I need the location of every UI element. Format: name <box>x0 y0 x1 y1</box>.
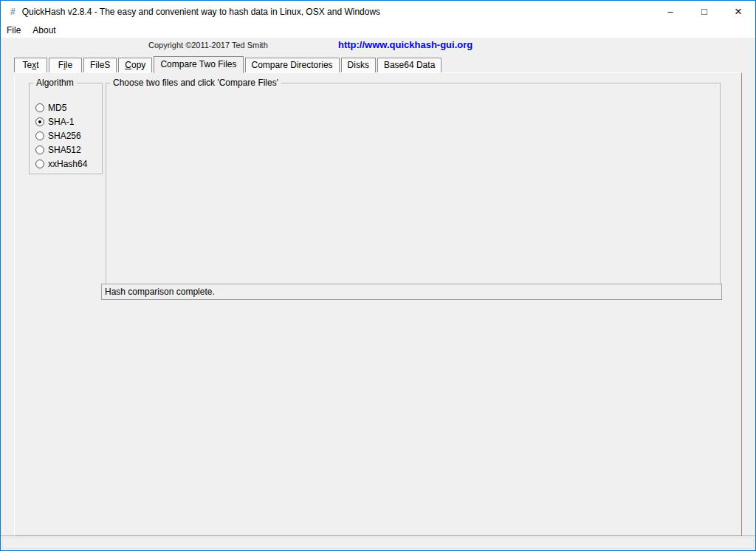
menu-file[interactable]: File <box>1 25 27 35</box>
comparison-status-box: Hash comparison complete. <box>101 284 722 300</box>
minimize-button[interactable]: – <box>653 1 687 22</box>
tab-disks[interactable]: Disks <box>341 58 376 72</box>
tab-text[interactable]: Text <box>14 58 47 72</box>
copyright-text: Copyright ©2011-2017 Ted Smith <box>148 41 268 49</box>
tab-file[interactable]: File <box>49 58 82 72</box>
radio-md5-label: MD5 <box>48 103 66 113</box>
menubar: File About <box>1 22 755 38</box>
radio-row-md5[interactable]: MD5 <box>35 100 102 114</box>
tab-base64-data[interactable]: Base64 Data <box>377 58 441 72</box>
menu-about[interactable]: About <box>27 25 61 35</box>
radio-sha256[interactable] <box>35 131 44 140</box>
radio-row-sha512[interactable]: SHA512 <box>35 143 102 157</box>
algorithm-group-label: Algorithm <box>33 78 77 88</box>
compare-group: Choose two files and click 'Compare File… <box>106 83 721 300</box>
algorithm-radio-list: MD5 SHA-1 SHA256 SHA512 xxHash64 <box>30 83 102 171</box>
compare-group-label: Choose two files and click 'Compare File… <box>110 78 281 88</box>
window-controls: – □ × <box>653 1 755 22</box>
app-window: # QuickHash v2.8.4 - The easy and conven… <box>0 0 756 551</box>
algorithm-group: Algorithm MD5 SHA-1 SHA256 SHA512 xxHash… <box>29 83 103 174</box>
radio-sha1[interactable] <box>35 117 44 126</box>
tab-files[interactable]: FileS <box>83 58 117 72</box>
radio-md5[interactable] <box>35 103 44 112</box>
statusbar-panel <box>2 538 754 549</box>
tab-copy[interactable]: Copy <box>118 58 152 72</box>
close-button[interactable]: × <box>721 1 755 22</box>
radio-sha256-label: SHA256 <box>48 131 81 141</box>
app-hash-icon: # <box>10 7 16 17</box>
maximize-button[interactable]: □ <box>687 1 721 22</box>
titlebar: # QuickHash v2.8.4 - The easy and conven… <box>1 1 755 22</box>
window-title: QuickHash v2.8.4 - The easy and convenie… <box>22 7 380 17</box>
tab-compare-directories[interactable]: Compare Directories <box>245 58 340 72</box>
radio-row-sha1[interactable]: SHA-1 <box>35 114 102 129</box>
radio-row-xxhash64[interactable]: xxHash64 <box>35 157 102 171</box>
radio-sha1-label: SHA-1 <box>48 117 74 127</box>
website-link[interactable]: http://www.quickhash-gui.org <box>338 39 472 50</box>
statusbar <box>1 535 755 550</box>
radio-sha512[interactable] <box>35 146 44 154</box>
tabstrip: Text File FileS Copy Compare Two Files C… <box>14 55 443 72</box>
tab-compare-two-files[interactable]: Compare Two Files <box>154 56 243 73</box>
radio-xxhash64[interactable] <box>35 160 44 168</box>
radio-sha512-label: SHA512 <box>48 145 81 155</box>
radio-row-sha256[interactable]: SHA256 <box>35 129 102 143</box>
radio-xxhash64-label: xxHash64 <box>48 159 87 169</box>
